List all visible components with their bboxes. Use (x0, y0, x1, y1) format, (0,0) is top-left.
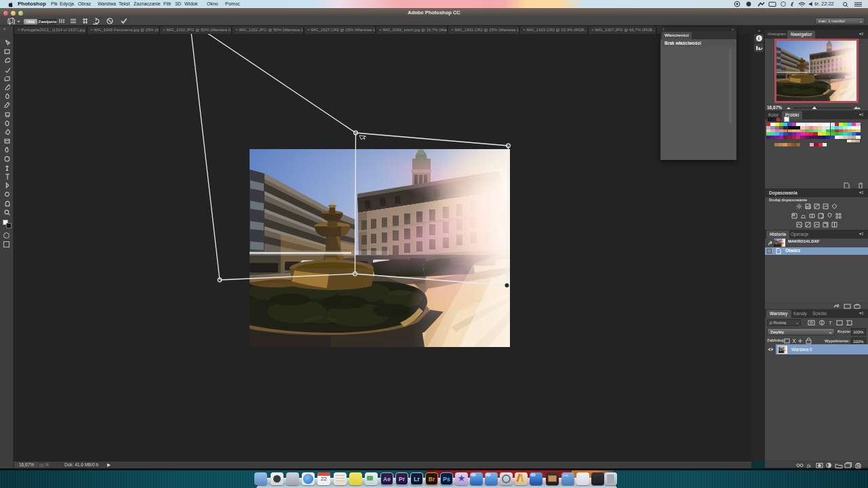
svg-text:T: T (829, 320, 832, 326)
svg-text:fx: fx (807, 463, 811, 468)
